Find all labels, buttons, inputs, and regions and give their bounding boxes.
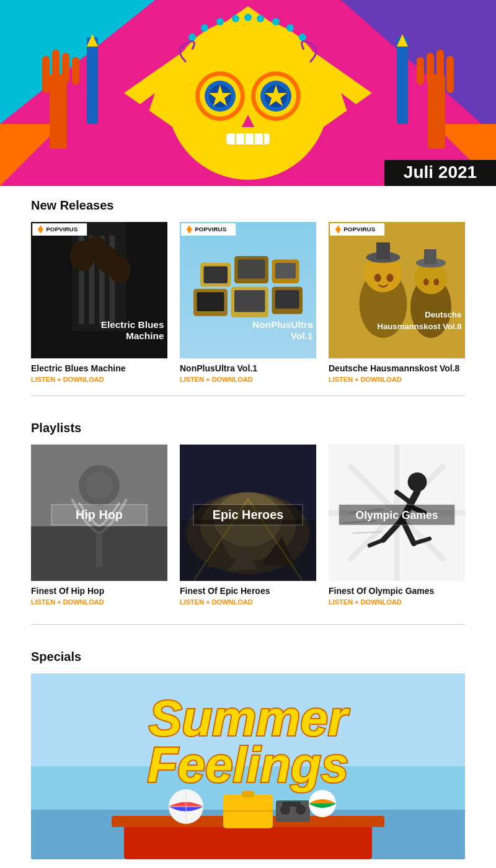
svg-rect-44 — [87, 37, 98, 124]
playlists-grid: Hip Hop Finest Of Hip Hop LISTEN + DOWNL… — [31, 445, 465, 606]
svg-point-105 — [86, 472, 113, 499]
svg-point-9 — [188, 33, 196, 41]
svg-point-96 — [433, 278, 439, 285]
svg-point-10 — [201, 24, 208, 32]
svg-rect-35 — [42, 56, 50, 93]
playlist-title-epic: Finest Of Epic Heroes — [180, 586, 316, 596]
svg-text:Juli 2021: Juli 2021 — [404, 162, 477, 182]
playlist-card-hiphop: Hip Hop Finest Of Hip Hop LISTEN + DOWNL… — [31, 445, 167, 606]
album-card-deutsch: POPVIRUS Deutsche Hausmannskost Vol.8 De… — [329, 222, 465, 383]
album-title-nonplus: NonPlusUltra Vol.1 — [180, 363, 316, 373]
new-releases-section: New Releases — [0, 186, 496, 389]
svg-text:POPVIRUS: POPVIRUS — [46, 226, 78, 232]
svg-rect-34 — [50, 74, 67, 149]
svg-point-59 — [108, 256, 130, 283]
album-card-electric-blues: POPVIRUS Electric Blues Machine Electric… — [31, 222, 167, 383]
svg-rect-37 — [62, 53, 69, 84]
svg-point-14 — [257, 15, 264, 22]
svg-point-16 — [286, 24, 294, 32]
svg-rect-119 — [180, 520, 316, 581]
svg-text:Olympic Games: Olympic Games — [356, 509, 438, 521]
svg-rect-76 — [234, 290, 265, 312]
svg-rect-74 — [197, 292, 224, 311]
svg-point-15 — [272, 18, 280, 25]
playlist-thumb-epic[interactable]: Epic Heroes — [180, 445, 316, 581]
album-link-deutsch[interactable]: LISTEN + DOWNLOAD — [329, 376, 465, 383]
svg-text:Hip Hop: Hip Hop — [76, 508, 123, 521]
svg-point-12 — [232, 15, 239, 22]
specials-section: Specials Summer Feelings — [0, 637, 496, 866]
svg-text:Epic Heroes: Epic Heroes — [213, 508, 283, 521]
svg-point-93 — [374, 274, 381, 282]
playlist-thumb-hiphop[interactable]: Hip Hop — [31, 445, 167, 581]
new-releases-grid: POPVIRUS Electric Blues Machine Electric… — [31, 222, 465, 383]
album-thumb-deutsch[interactable]: POPVIRUS Deutsche Hausmannskost Vol.8 — [329, 222, 465, 358]
album-title-electric-blues: Electric Blues Machine — [31, 363, 167, 373]
svg-point-8 — [167, 19, 329, 180]
svg-point-94 — [387, 274, 394, 282]
svg-rect-70 — [238, 260, 265, 279]
svg-rect-41 — [436, 50, 444, 84]
album-thumb-electric-blues[interactable]: POPVIRUS Electric Blues Machine — [31, 222, 167, 358]
svg-text:Machine: Machine — [126, 330, 164, 341]
svg-text:NonPlusUltra: NonPlusUltra — [252, 319, 313, 330]
svg-text:Feelings: Feelings — [148, 737, 349, 792]
album-title-deutsch: Deutsche Hausmannskost Vol.8 — [329, 363, 465, 373]
svg-rect-72 — [275, 263, 296, 278]
specials-banner[interactable]: Summer Feelings — [31, 673, 465, 859]
album-thumb-nonplus[interactable]: POPVIRUS NonPlusUltra Vol.1 — [180, 222, 316, 358]
svg-rect-68 — [204, 267, 228, 284]
svg-point-17 — [299, 33, 306, 41]
album-link-nonplus[interactable]: LISTEN + DOWNLOAD — [180, 376, 316, 383]
svg-text:Hausmannskost Vol.8: Hausmannskost Vol.8 — [377, 322, 461, 331]
album-link-electric-blues[interactable]: LISTEN + DOWNLOAD — [31, 376, 167, 383]
svg-text:POPVIRUS: POPVIRUS — [343, 226, 376, 232]
svg-text:Deutsche: Deutsche — [425, 310, 461, 319]
svg-rect-40 — [446, 56, 454, 93]
svg-rect-145 — [124, 825, 372, 859]
svg-text:Electric Blues: Electric Blues — [101, 319, 164, 330]
album-card-nonplus: POPVIRUS NonPlusUltra Vol.1 NonPlusUltra… — [180, 222, 316, 383]
playlist-title-hiphop: Finest Of Hip Hop — [31, 586, 167, 596]
playlists-title: Playlists — [31, 421, 465, 435]
svg-rect-156 — [282, 802, 301, 807]
svg-rect-38 — [72, 57, 79, 85]
playlist-card-epic: Epic Heroes Finest Of Epic Heroes LISTEN… — [180, 445, 316, 606]
svg-rect-43 — [417, 57, 424, 85]
svg-point-95 — [423, 278, 429, 285]
svg-rect-90 — [376, 242, 390, 260]
hero-banner: Juli 2021 — [0, 0, 496, 186]
svg-rect-78 — [275, 290, 299, 309]
svg-text:Vol.1: Vol.1 — [291, 330, 313, 341]
svg-text:POPVIRUS: POPVIRUS — [195, 226, 227, 232]
playlist-link-hiphop[interactable]: LISTEN + DOWNLOAD — [31, 598, 167, 606]
playlist-link-epic[interactable]: LISTEN + DOWNLOAD — [180, 598, 316, 606]
svg-rect-151 — [242, 791, 254, 797]
new-releases-title: New Releases — [31, 198, 465, 213]
new-releases-divider — [31, 396, 465, 396]
svg-rect-36 — [52, 50, 60, 84]
svg-point-11 — [216, 18, 224, 25]
specials-title: Specials — [31, 650, 465, 664]
playlist-link-olympic[interactable]: LISTEN + DOWNLOAD — [329, 598, 465, 606]
playlist-thumb-olympic[interactable]: Olympic Games — [329, 445, 465, 581]
svg-rect-107 — [31, 526, 167, 581]
svg-rect-92 — [424, 249, 436, 264]
playlist-title-olympic: Finest Of Olympic Games — [329, 586, 465, 596]
svg-point-13 — [244, 14, 252, 21]
svg-rect-46 — [397, 37, 408, 124]
playlists-section: Playlists — [0, 409, 496, 612]
playlists-divider — [31, 624, 465, 625]
svg-rect-39 — [428, 74, 445, 149]
playlist-card-olympic: Olympic Games Finest Of Olympic Games LI… — [329, 445, 465, 606]
svg-rect-42 — [427, 53, 434, 84]
